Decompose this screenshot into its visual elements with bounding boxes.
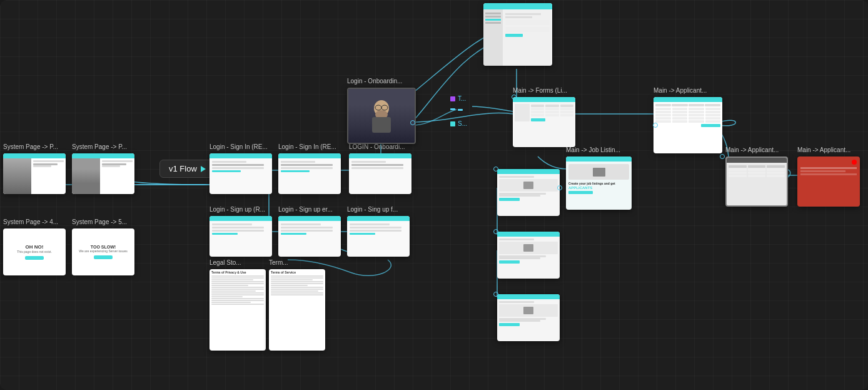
node-label-forms: Main -> Forms (Li...: [513, 87, 567, 94]
connector-dot-1: [410, 120, 415, 125]
flow-canvas[interactable]: v1 Flow System Page -> P...: [0, 0, 868, 390]
tag-separator: [450, 108, 463, 111]
connector-dot-7: [493, 229, 498, 234]
tooslow-title: TOO SLOW!: [91, 245, 116, 249]
terms-title: Terms of Service: [269, 269, 325, 275]
connector-dot-6: [493, 167, 498, 172]
node-label-signup2: Login - Sign up er...: [278, 206, 333, 213]
tag-s-label: S...: [458, 120, 467, 127]
tag-t-label: T...: [458, 95, 466, 102]
connector-dot-4: [653, 123, 658, 128]
node-label-legal: Legal Sto...: [209, 259, 241, 266]
node-label-applicant3: Main -> Applicant...: [797, 146, 850, 153]
connector-dot-2: [512, 95, 517, 100]
node-label-sys2: System Page -> P...: [72, 143, 127, 150]
node-label-ohno: System Page -> 4...: [3, 218, 58, 225]
person-silhouette: [366, 97, 397, 135]
flow-label: v1 Flow: [169, 164, 197, 173]
svg-rect-2: [372, 117, 391, 133]
connector-dot-8: [493, 292, 498, 297]
node-applicant-3[interactable]: Main -> Applicant...: [797, 157, 860, 207]
node-label-login-ob: LOGIN - Onboardi...: [349, 143, 405, 150]
node-label-login1: Login - Sign In (RE...: [209, 143, 268, 150]
connector-dot-3: [557, 185, 562, 190]
node-label-applicant2: Main -> Applicant...: [725, 146, 779, 153]
ohno-title: OH NO!: [26, 244, 44, 250]
tooslow-sub: We are experiencing Server issues: [79, 249, 127, 253]
node-label-signup1: Login - Sign up (R...: [209, 206, 265, 213]
legal-title: Terms of Privacy & Use: [209, 269, 266, 275]
ohno-sub: This page does not exist.: [17, 250, 52, 254]
node-label-sys1: System Page -> P...: [3, 143, 58, 150]
connector-dot-5: [720, 154, 725, 159]
node-label-job: Main -> Job Listin...: [566, 146, 620, 153]
node-label-terms: Term...: [269, 259, 288, 266]
play-icon: [201, 166, 206, 172]
tag-t: T...: [450, 95, 466, 102]
node-label-login2: Login - Sign In (RE...: [278, 143, 336, 150]
node-label-applicant1: Main -> Applicant...: [654, 87, 707, 94]
node-label-signup3: Login - Sing up f...: [347, 206, 398, 213]
tag-s: S...: [450, 120, 467, 127]
node-label-tooslow: System Page -> 5...: [72, 218, 127, 225]
node-label-video: Login - Onboardin...: [347, 78, 402, 85]
v1-flow-button[interactable]: v1 Flow: [159, 160, 215, 178]
